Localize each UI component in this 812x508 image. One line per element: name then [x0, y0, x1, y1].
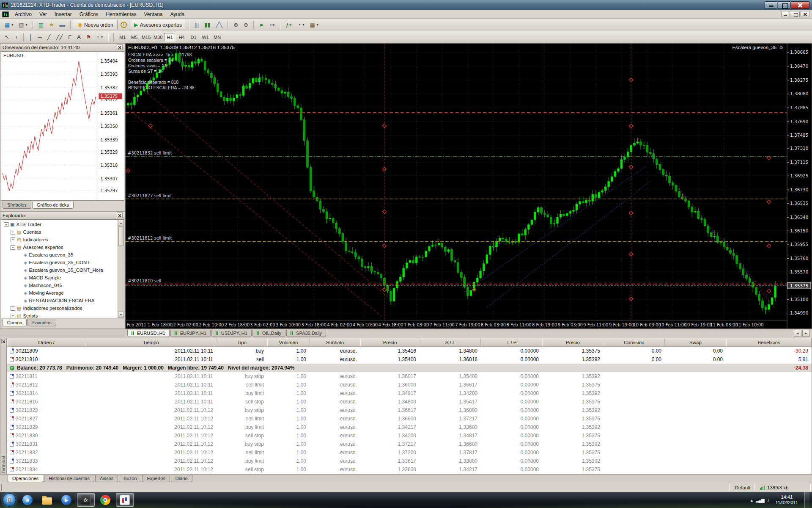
- tree-item-macd-sample[interactable]: ◈MACD Sample: [1, 274, 124, 282]
- menu-ayuda[interactable]: Ayuda: [166, 11, 188, 18]
- column-header-orden[interactable]: Orden /: [7, 338, 85, 346]
- terminal-tab-avisos[interactable]: Avisos: [95, 475, 118, 482]
- taskbar-clock[interactable]: 14:41 11/02/2011: [773, 494, 801, 505]
- navigator-scrollbar[interactable]: ▲ ▼: [118, 220, 124, 318]
- menu-archivo[interactable]: Archivo: [11, 11, 36, 18]
- scroll-right-icon[interactable]: ►: [802, 330, 810, 337]
- expand-icon[interactable]: +: [11, 306, 15, 311]
- timeframe-h1[interactable]: H1: [164, 33, 176, 41]
- taskbar-internet-explorer[interactable]: e: [19, 493, 36, 507]
- tree-item-escalera-guevon-35-cont[interactable]: ◈Escalera guevon_35_CONT: [1, 259, 124, 266]
- market-watch-toggle-button[interactable]: ▥: [36, 20, 46, 30]
- terminal-tab-expertos[interactable]: Expertos: [142, 475, 170, 482]
- maximize-button[interactable]: [778, 1, 790, 9]
- ea-status-badge[interactable]: Escalera guevon_35 ☺: [732, 45, 784, 50]
- column-header-precio-current[interactable]: Precio: [542, 338, 604, 346]
- timeframe-mn[interactable]: MN: [211, 33, 223, 41]
- order-row-30211816[interactable]: 302118162011.02.11 10:11sell stop1.00eur…: [7, 398, 812, 406]
- expand-icon[interactable]: +: [11, 314, 15, 318]
- column-header-tipo[interactable]: Tipo: [217, 338, 267, 346]
- crosshair-button[interactable]: +: [12, 32, 21, 42]
- order-row-30211810[interactable]: 302118102011.02.11 10:11sell1.00eurusd.1…: [7, 355, 812, 364]
- chart-tab-eurjpy-h1[interactable]: EURJPY.,H1: [170, 330, 211, 337]
- tree-item-indicadores-personalizados[interactable]: +▤Indicadores personalizados: [1, 304, 124, 312]
- start-button[interactable]: ⊞: [3, 493, 16, 507]
- periods-button[interactable]: ◔▾: [295, 20, 307, 30]
- timeframe-m15[interactable]: M15: [140, 33, 152, 41]
- vertical-line-button[interactable]: │: [27, 32, 35, 42]
- chart-window-icon[interactable]: [2, 11, 9, 17]
- chart-tab-eurusd-h1[interactable]: EURUSD.,H1: [127, 330, 170, 337]
- expert-advisors-button[interactable]: ▶Asesores expertos: [130, 20, 186, 30]
- order-row-30211814[interactable]: 302118142011.02.11 10:11buy limit1.00eur…: [7, 389, 812, 398]
- menu-ver[interactable]: Ver: [36, 11, 51, 18]
- order-row-30211831[interactable]: 302118312011.02.11 10:12buy stop1.00euru…: [7, 440, 812, 448]
- scroll-left-icon[interactable]: ◄: [794, 330, 801, 337]
- taskbar-chrome[interactable]: [96, 493, 114, 507]
- expand-icon[interactable]: +: [11, 237, 15, 242]
- tree-item-moving-average[interactable]: ◈Moving Average: [1, 289, 124, 297]
- auto-scroll-button[interactable]: ►: [257, 20, 267, 30]
- tree-item-xtb-trader[interactable]: −▣XTB-Trader: [1, 221, 124, 228]
- zoom-out-button[interactable]: ⊖: [241, 20, 251, 30]
- tree-item-scripts[interactable]: +▤Scripts: [1, 312, 124, 318]
- order-row-30211830[interactable]: 302118302011.02.11 10:12sell stop1.00eur…: [7, 431, 812, 440]
- chart-candles-button[interactable]: ▮▮: [202, 20, 213, 30]
- minimize-button[interactable]: [765, 1, 777, 9]
- fibonacci-button[interactable]: F: [66, 32, 74, 42]
- scroll-down-icon[interactable]: ▼: [118, 312, 124, 318]
- tree-item-indicadores[interactable]: +▤Indicadores: [1, 236, 124, 243]
- chart-tab-spa35-daily[interactable]: SPA35,Daily: [286, 330, 326, 337]
- horizontal-line-button[interactable]: ─: [36, 32, 44, 42]
- tree-item-asesores-expertos[interactable]: −▤Asesores expertos: [1, 243, 124, 251]
- templates-button[interactable]: ▦▾: [307, 20, 321, 30]
- terminal-toggle-button[interactable]: ▬: [57, 20, 68, 30]
- text-label-button[interactable]: ⚑: [84, 32, 94, 42]
- child-restore-button[interactable]: [791, 11, 800, 17]
- column-header-s-mbolo[interactable]: Símbolo: [310, 338, 360, 346]
- tab-s-mbolos[interactable]: Símbolos: [3, 202, 31, 209]
- order-row-30211832[interactable]: 302118322011.02.11 10:12sell limit1.00eu…: [7, 448, 812, 457]
- timeframe-h4[interactable]: H4: [176, 33, 187, 41]
- tray-network-icon[interactable]: ▂▄▆: [756, 498, 764, 502]
- chart-window[interactable]: 1.349901.351801.353751.355701.357601.359…: [125, 43, 812, 329]
- tree-item-machacon-045[interactable]: ◈Machacon_045: [1, 282, 124, 289]
- column-header-comisi-n[interactable]: Comisión: [604, 338, 665, 346]
- chart-tab-usdjpy-h1[interactable]: USDJPY.,H1: [211, 330, 252, 337]
- collapse-icon[interactable]: −: [11, 245, 15, 250]
- order-row-30211809[interactable]: 302118092011.02.11 10:11buy1.00eurusd.1.…: [7, 347, 812, 355]
- taskbar-metatrader-fx[interactable]: fx: [77, 493, 95, 507]
- trendline-button[interactable]: ╱: [45, 32, 53, 42]
- tree-item-escalera-guevon-35-cont-hora[interactable]: ◈Escalera guevon_35_CONT_Hora: [1, 266, 124, 274]
- navigator-toggle-button[interactable]: ★: [47, 20, 57, 30]
- terminal-tab-historial-de-cuentas[interactable]: Historial de cuentas: [44, 475, 94, 482]
- cursor-button[interactable]: ↖: [2, 32, 12, 42]
- child-minimize-button[interactable]: [781, 11, 790, 17]
- chart-shift-button[interactable]: ↦: [268, 20, 277, 30]
- tab-favoritos[interactable]: Favoritos: [27, 319, 56, 326]
- show-desktop-button[interactable]: [804, 492, 809, 508]
- collapse-icon[interactable]: −: [4, 222, 8, 227]
- indicators-button[interactable]: ƒ+: [283, 20, 295, 30]
- menu-insertar[interactable]: Insertar: [51, 11, 76, 18]
- new-chart-button[interactable]: ▦▾: [2, 20, 16, 30]
- zoom-in-button[interactable]: ⊕: [231, 20, 241, 30]
- terminal-tab-operaciones[interactable]: Operaciones: [8, 475, 43, 482]
- timeframe-w1[interactable]: W1: [200, 33, 211, 41]
- tick-chart-area[interactable]: 1.354041.353931.353821.353721.353611.353…: [1, 51, 124, 201]
- tree-item-restauracion-escalera[interactable]: ◈RESTAURACION ESCALERA: [1, 297, 124, 304]
- scrollbar-thumb[interactable]: [118, 226, 123, 246]
- timeframe-d1[interactable]: D1: [188, 33, 199, 41]
- column-header-tiempo[interactable]: Tiempo: [85, 338, 217, 346]
- taskbar-windows-explorer[interactable]: [38, 493, 56, 507]
- column-header-s-l[interactable]: S / L: [420, 338, 481, 346]
- tree-item-cuentas[interactable]: +▤Cuentas: [1, 228, 124, 236]
- terminal-tab-diario[interactable]: Diario: [171, 475, 192, 482]
- scroll-up-icon[interactable]: ▲: [118, 220, 124, 226]
- menu-gr-ficos[interactable]: Gráficos: [76, 11, 102, 18]
- taskbar-xtb-trader[interactable]: [116, 493, 134, 507]
- tab-com-n[interactable]: Común: [3, 319, 27, 326]
- order-row-30211811[interactable]: 302118112011.02.11 10:11buy stop1.00euru…: [7, 372, 812, 381]
- chart-line-button[interactable]: ╱╲: [213, 20, 225, 30]
- menu-ventana[interactable]: Ventana: [140, 11, 166, 18]
